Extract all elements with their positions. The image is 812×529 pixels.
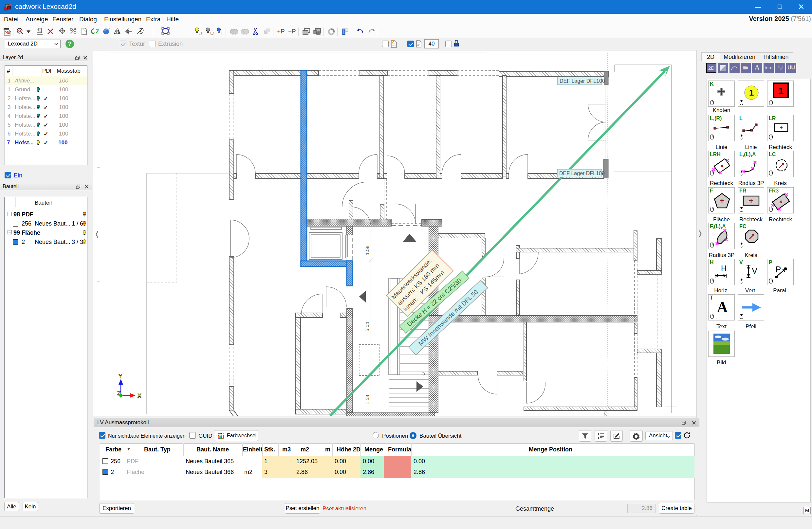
svg-text:DEF Lager DFL100: DEF Lager DFL100 [560,78,605,84]
svg-text:PDF: PDF [4,31,11,35]
svg-text:2D: 2D [9,3,12,6]
svg-text:J: J [199,30,202,36]
svg-text:1: 1 [749,88,754,98]
svg-text:1: 1 [778,86,784,96]
svg-text:V: V [752,266,758,276]
svg-text:DEF Lager DFL100: DEF Lager DFL100 [559,171,605,176]
svg-text:H: H [721,264,727,273]
svg-text:X: X [137,393,142,399]
svg-text:1.58: 1.58 [364,395,370,404]
svg-text:i: i [221,30,222,36]
svg-text:A: A [717,299,727,315]
svg-text:5.04: 5.04 [364,322,370,331]
svg-text:Y: Y [118,373,122,379]
svg-text:Z: Z [96,29,99,35]
svg-text:1.58: 1.58 [364,246,370,255]
svg-text:U: U [210,30,214,36]
